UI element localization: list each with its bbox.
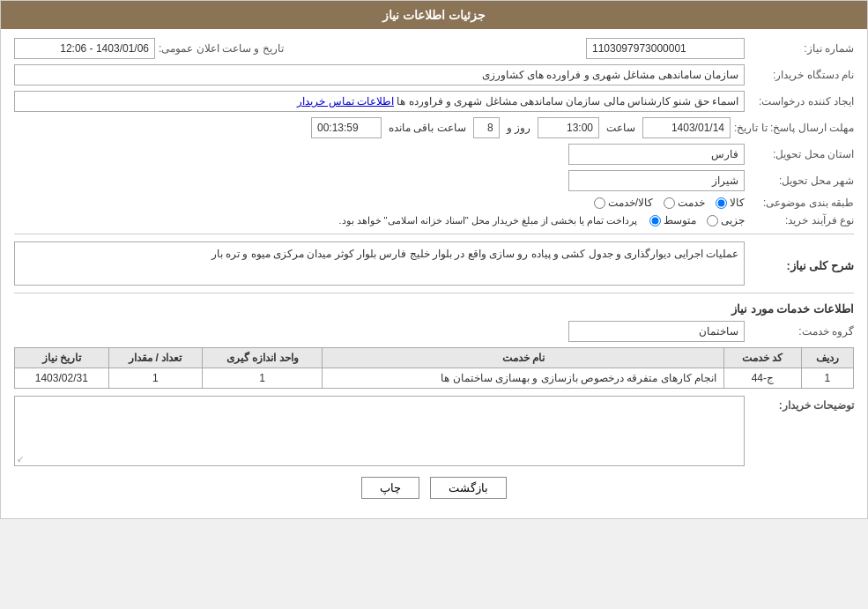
category-option-khadamat[interactable]: خدمت xyxy=(664,197,705,209)
col-unit: واحد اندازه گیری xyxy=(203,348,323,368)
cell-quantity: 1 xyxy=(108,368,202,389)
process-note: پرداخت تمام یا بخشی از مبلغ خریدار محل "… xyxy=(338,215,637,227)
cell-unit: 1 xyxy=(203,368,323,389)
reply-deadline-label: مهلت ارسال پاسخ: تا تاریخ: xyxy=(734,122,854,134)
announcement-value: 1403/01/06 - 12:06 xyxy=(14,38,155,59)
province-value: فارس xyxy=(568,144,745,165)
cell-date: 1403/02/31 xyxy=(15,368,109,389)
creator-value: اسماء حق شنو کارشناس مالی سازمان سامانده… xyxy=(14,91,745,112)
reply-days: 8 xyxy=(473,117,500,138)
creator-label: ایجاد کننده درخواست: xyxy=(748,95,854,108)
back-button[interactable]: بازگشت xyxy=(430,477,507,499)
page-title: جزئیات اطلاعات نیاز xyxy=(382,8,486,22)
services-table: ردیف کد خدمت نام خدمت واحد اندازه گیری ت… xyxy=(14,347,854,389)
province-label: استان محل تحویل: xyxy=(748,148,854,160)
creator-link[interactable]: اطلاعات تماس خریدار xyxy=(297,95,394,108)
need-number-label: شماره نیاز: xyxy=(748,42,854,55)
description-section-label: شرح کلی نیاز: xyxy=(748,259,854,272)
reply-remaining-label: ساعت باقی مانده xyxy=(389,122,466,134)
reply-date: 1403/01/14 xyxy=(642,117,731,138)
process-option-jozi[interactable]: جزیی xyxy=(707,214,745,227)
description-text: عملیات اجرایی دیوارگذاری و جدول کشی و پی… xyxy=(14,241,745,286)
category-option-kala-khadamat[interactable]: کالا/خدمت xyxy=(594,197,653,209)
col-code: کد خدمت xyxy=(724,348,802,368)
buyer-org-value: سازمان ساماندهی مشاغل شهری و فراورده های… xyxy=(14,64,745,85)
reply-time: 13:00 xyxy=(538,117,599,138)
cell-code: ج-44 xyxy=(724,368,802,389)
col-quantity: تعداد / مقدار xyxy=(108,348,202,368)
page-header: جزئیات اطلاعات نیاز xyxy=(1,1,867,29)
reply-time-label: ساعت xyxy=(606,122,635,134)
process-option-motavaset[interactable]: متوسط xyxy=(649,214,696,227)
button-area: بازگشت چاپ xyxy=(14,477,854,499)
cell-name: انجام کارهای متفرقه درخصوص بازسازی و بهس… xyxy=(323,368,724,389)
service-group-value: ساختمان xyxy=(568,321,745,342)
announcement-label: تاریخ و ساعت اعلان عمومی: xyxy=(159,42,284,55)
process-label: نوع فرآیند خرید: xyxy=(748,214,854,227)
buyer-org-label: نام دستگاه خریدار: xyxy=(748,69,854,81)
col-row: ردیف xyxy=(801,348,853,368)
city-label: شهر محل تحویل: xyxy=(748,175,854,187)
city-value: شیراز xyxy=(568,170,745,191)
reply-days-label: روز و xyxy=(507,122,530,134)
category-option-kala[interactable]: کالا xyxy=(716,197,745,209)
category-label: طبقه بندی موضوعی: xyxy=(748,197,854,209)
print-button[interactable]: چاپ xyxy=(361,477,419,499)
buyer-comments-label: توضیحات خریدار: xyxy=(748,396,854,412)
services-section-title: اطلاعات خدمات مورد نیاز xyxy=(14,302,854,316)
col-name: نام خدمت xyxy=(323,348,724,368)
buyer-comments-box: ↙ xyxy=(14,396,745,466)
cell-row: 1 xyxy=(801,368,853,389)
reply-remaining: 00:13:59 xyxy=(311,117,382,138)
service-group-label: گروه خدمت: xyxy=(748,325,854,338)
process-radio-group: متوسط جزیی xyxy=(649,214,745,227)
category-radio-group: کالا/خدمت خدمت کالا xyxy=(594,197,745,209)
col-date: تاریخ نیاز xyxy=(15,348,109,368)
need-number-value: 1103097973000001 xyxy=(586,38,745,59)
table-row: 1 ج-44 انجام کارهای متفرقه درخصوص بازساز… xyxy=(15,368,854,389)
